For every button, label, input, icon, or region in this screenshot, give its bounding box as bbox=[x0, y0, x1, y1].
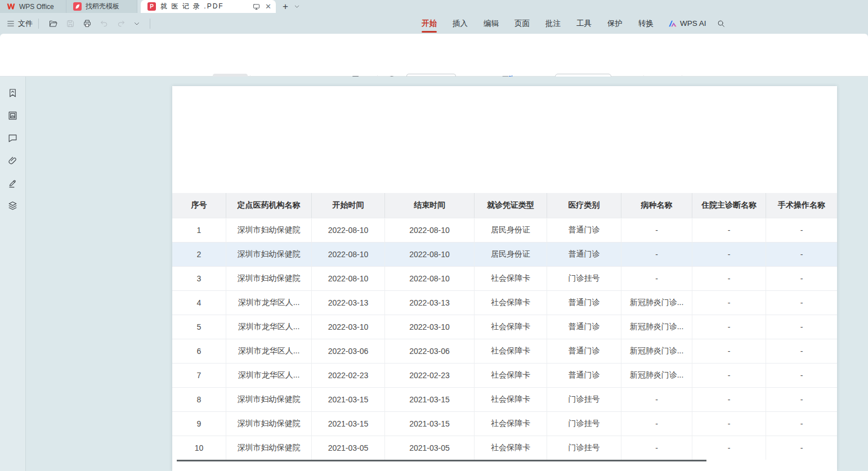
close-tab-icon[interactable]: ✕ bbox=[265, 2, 271, 11]
table-header-row: 序号 定点医药机构名称 开始时间 结束时间 就诊凭证类型 医疗类别 病种名称 住… bbox=[172, 193, 837, 218]
tab-list-chevron-icon[interactable] bbox=[294, 3, 300, 10]
table-cell: 2022-08-10 bbox=[385, 218, 475, 242]
table-cell: 社会保障卡 bbox=[475, 388, 547, 411]
table-cell: - bbox=[692, 364, 766, 387]
comments-icon[interactable] bbox=[7, 133, 18, 143]
chevron-down-icon bbox=[133, 20, 140, 27]
table-cell: 深圳市妇幼保健院 bbox=[226, 436, 312, 460]
bookmarks-icon[interactable] bbox=[7, 88, 18, 98]
table-row: 4深圳市龙华区人...2022-03-132022-03-13社会保障卡普通门诊… bbox=[172, 290, 837, 315]
table-cell: 普通门诊 bbox=[547, 364, 621, 387]
tab-document-active[interactable]: P 就 医 记 录 .PDF ✕ bbox=[141, 0, 276, 13]
table-row: 6深圳市龙华区人...2022-03-062022-03-06社会保障卡普通门诊… bbox=[172, 339, 837, 363]
table-cell: - bbox=[621, 218, 692, 242]
tab-wps-office[interactable]: WPS Office bbox=[0, 0, 66, 13]
tab-docer-templates[interactable]: 找稻壳模板 bbox=[66, 0, 137, 13]
table-cell: 门诊挂号 bbox=[547, 436, 621, 460]
wps-logo-icon bbox=[7, 3, 15, 10]
table-row: 10深圳市妇幼保健院2021-03-052021-03-05社会保障卡门诊挂号-… bbox=[172, 436, 837, 460]
table-cell: 2022-03-13 bbox=[385, 291, 475, 315]
quick-access-dropdown[interactable] bbox=[129, 20, 144, 27]
undo-icon bbox=[100, 19, 109, 28]
redo-button[interactable] bbox=[113, 19, 129, 28]
hamburger-icon bbox=[7, 20, 15, 27]
search-icon[interactable] bbox=[717, 19, 726, 28]
table-cell: 2022-03-13 bbox=[312, 291, 385, 315]
column-header: 定点医药机构名称 bbox=[226, 193, 312, 218]
table-cell: - bbox=[766, 364, 837, 387]
table-cell: 深圳市龙华区人... bbox=[226, 291, 312, 315]
thumbnails-icon[interactable] bbox=[7, 110, 18, 121]
table-cell: 深圳市妇幼保健院 bbox=[226, 243, 312, 266]
table-cell: - bbox=[621, 436, 692, 460]
column-header: 手术操作名称 bbox=[766, 193, 837, 218]
undo-button[interactable] bbox=[96, 19, 113, 28]
ribbon-tab-protect[interactable]: 保护 bbox=[599, 13, 630, 34]
open-file-button[interactable] bbox=[44, 19, 62, 28]
table-cell: - bbox=[766, 291, 837, 315]
table-cell: 10 bbox=[172, 436, 226, 460]
ribbon-tab-insert[interactable]: 插入 bbox=[445, 13, 476, 34]
table-cell: - bbox=[692, 218, 766, 242]
table-cell: 8 bbox=[172, 388, 226, 411]
ribbon-tab-comment[interactable]: 批注 bbox=[538, 13, 569, 34]
ribbon-tabs: 开始 插入 编辑 页面 批注 工具 保护 转换 WPS AI bbox=[414, 13, 726, 34]
column-header: 结束时间 bbox=[385, 193, 475, 218]
print-button[interactable] bbox=[79, 19, 96, 28]
ribbon-toolbar: 手型 选择 PDF转换 输出为图片 拆分合并 播放 105.88% bbox=[0, 34, 868, 77]
table-row: 1深圳市妇幼保健院2022-08-102022-08-10居民身份证普通门诊--… bbox=[172, 218, 837, 242]
table-cell: 社会保障卡 bbox=[475, 339, 547, 363]
table-cell: - bbox=[692, 243, 766, 266]
table-cell: 社会保障卡 bbox=[475, 291, 547, 315]
table-cell: 社会保障卡 bbox=[475, 412, 547, 436]
ribbon-tab-convert[interactable]: 转换 bbox=[630, 13, 661, 34]
save-icon bbox=[66, 19, 75, 28]
ribbon-tab-page[interactable]: 页面 bbox=[507, 13, 538, 34]
layers-icon[interactable] bbox=[7, 200, 18, 211]
file-menu-button[interactable]: 文件 bbox=[7, 19, 33, 29]
table-cell: 新冠肺炎门诊... bbox=[621, 315, 692, 339]
new-tab-group: + bbox=[276, 0, 300, 13]
monitor-icon[interactable] bbox=[252, 3, 261, 11]
ribbon-tab-home[interactable]: 开始 bbox=[414, 13, 445, 34]
attachment-icon[interactable] bbox=[7, 155, 18, 166]
new-tab-icon[interactable]: + bbox=[283, 2, 288, 11]
table-cell: 门诊挂号 bbox=[547, 267, 621, 290]
wps-ai-button[interactable]: WPS AI bbox=[668, 19, 706, 28]
pdf-page[interactable]: 序号 定点医药机构名称 开始时间 结束时间 就诊凭证类型 医疗类别 病种名称 住… bbox=[172, 86, 837, 471]
window-tab-bar: WPS Office 找稻壳模板 P 就 医 记 录 .PDF ✕ + bbox=[0, 0, 868, 13]
table-cell: 普通门诊 bbox=[547, 291, 621, 315]
wps-ai-logo-icon bbox=[668, 20, 677, 28]
table-cell: 普通门诊 bbox=[547, 315, 621, 339]
table-cell: 社会保障卡 bbox=[475, 364, 547, 387]
ribbon-tab-tools[interactable]: 工具 bbox=[569, 13, 599, 34]
table-cell: 2022-08-10 bbox=[312, 267, 385, 290]
table-cell: 2022-08-10 bbox=[385, 243, 475, 266]
save-button[interactable] bbox=[62, 19, 79, 28]
document-workspace: 序号 定点医药机构名称 开始时间 结束时间 就诊凭证类型 医疗类别 病种名称 住… bbox=[0, 77, 868, 471]
table-cell: 深圳市妇幼保健院 bbox=[226, 218, 312, 242]
table-cell: 新冠肺炎门诊... bbox=[621, 339, 692, 363]
table-cell: - bbox=[621, 267, 692, 290]
table-cell: 2021-03-15 bbox=[385, 388, 475, 411]
table-cell: 1 bbox=[172, 218, 226, 242]
signature-icon[interactable] bbox=[7, 178, 18, 189]
table-row: 2深圳市妇幼保健院2022-08-102022-08-10居民身份证普通门诊--… bbox=[172, 242, 837, 266]
table-cell: 普通门诊 bbox=[547, 339, 621, 363]
printer-icon bbox=[83, 19, 92, 28]
column-header: 序号 bbox=[172, 193, 226, 218]
table-cell: - bbox=[692, 315, 766, 339]
table-row: 9深圳市妇幼保健院2021-03-152021-03-15社会保障卡门诊挂号--… bbox=[172, 411, 837, 436]
table-cell: - bbox=[692, 412, 766, 436]
record-table-body: 1深圳市妇幼保健院2022-08-102022-08-10居民身份证普通门诊--… bbox=[172, 218, 837, 460]
table-cell: 6 bbox=[172, 339, 226, 363]
table-cell: 3 bbox=[172, 267, 226, 290]
table-cell: 居民身份证 bbox=[475, 243, 547, 266]
table-cell: 深圳市龙华区人... bbox=[226, 315, 312, 339]
table-cell: 2021-03-15 bbox=[312, 412, 385, 436]
pdf-file-icon: P bbox=[147, 2, 156, 11]
table-cell: 深圳市龙华区人... bbox=[226, 364, 312, 387]
ribbon-tab-edit[interactable]: 编辑 bbox=[476, 13, 507, 34]
table-bottom-rule bbox=[177, 460, 706, 461]
table-cell: 深圳市妇幼保健院 bbox=[226, 267, 312, 290]
